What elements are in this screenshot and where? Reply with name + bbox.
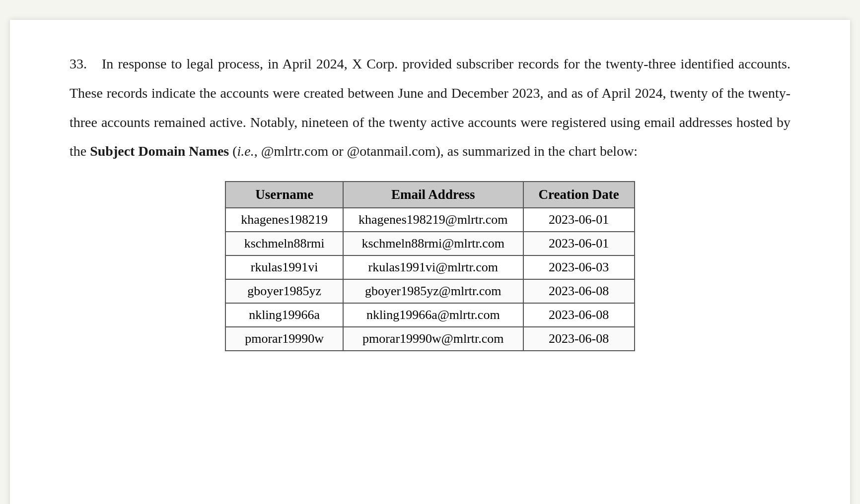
table-cell-1-1: kschmeln88rmi@mlrtr.com xyxy=(343,232,523,255)
col-header-username: Username xyxy=(225,182,343,208)
table-cell-0-0: khagenes198219 xyxy=(225,208,343,232)
col-header-creation-date: Creation Date xyxy=(523,182,635,208)
table-cell-2-0: rkulas1991vi xyxy=(225,255,343,279)
table-cell-5-1: pmorar19990w@mlrtr.com xyxy=(343,327,523,351)
paragraph-33: 33.In response to legal process, in Apri… xyxy=(70,50,790,166)
table-row: gboyer1985yzgboyer1985yz@mlrtr.com2023-0… xyxy=(225,279,634,303)
table-cell-5-2: 2023-06-08 xyxy=(523,327,635,351)
subject-domain-names-bold: Subject Domain Names xyxy=(90,143,229,159)
table-row: khagenes198219khagenes198219@mlrtr.com20… xyxy=(225,208,634,232)
document-page: 33.In response to legal process, in Apri… xyxy=(10,20,850,504)
table-cell-1-0: kschmeln88rmi xyxy=(225,232,343,255)
table-cell-4-0: nkling19966a xyxy=(225,303,343,327)
table-cell-3-0: gboyer1985yz xyxy=(225,279,343,303)
table-container: Username Email Address Creation Date kha… xyxy=(70,181,790,351)
table-row: nkling19966ankling19966a@mlrtr.com2023-0… xyxy=(225,303,634,327)
table-cell-4-1: nkling19966a@mlrtr.com xyxy=(343,303,523,327)
paragraph-text-2: ( xyxy=(229,143,237,159)
table-cell-0-2: 2023-06-01 xyxy=(523,208,635,232)
table-row: rkulas1991virkulas1991vi@mlrtr.com2023-0… xyxy=(225,255,634,279)
table-cell-3-2: 2023-06-08 xyxy=(523,279,635,303)
paragraph-body: In response to legal process, in April 2… xyxy=(70,56,790,159)
table-row: kschmeln88rmikschmeln88rmi@mlrtr.com2023… xyxy=(225,232,634,255)
table-cell-0-1: khagenes198219@mlrtr.com xyxy=(343,208,523,232)
table-cell-1-2: 2023-06-01 xyxy=(523,232,635,255)
table-cell-4-2: 2023-06-08 xyxy=(523,303,635,327)
table-cell-2-2: 2023-06-03 xyxy=(523,255,635,279)
paragraph-number: 33. xyxy=(70,50,87,79)
col-header-email: Email Address xyxy=(343,182,523,208)
accounts-table: Username Email Address Creation Date kha… xyxy=(225,181,635,351)
table-cell-2-1: rkulas1991vi@mlrtr.com xyxy=(343,255,523,279)
paragraph-text-3: , @mlrtr.com or @otanmail.com), as summa… xyxy=(254,143,638,159)
ie-italic: i.e. xyxy=(237,143,254,159)
table-row: pmorar19990wpmorar19990w@mlrtr.com2023-0… xyxy=(225,327,634,351)
table-cell-3-1: gboyer1985yz@mlrtr.com xyxy=(343,279,523,303)
table-header-row: Username Email Address Creation Date xyxy=(225,182,634,208)
table-cell-5-0: pmorar19990w xyxy=(225,327,343,351)
